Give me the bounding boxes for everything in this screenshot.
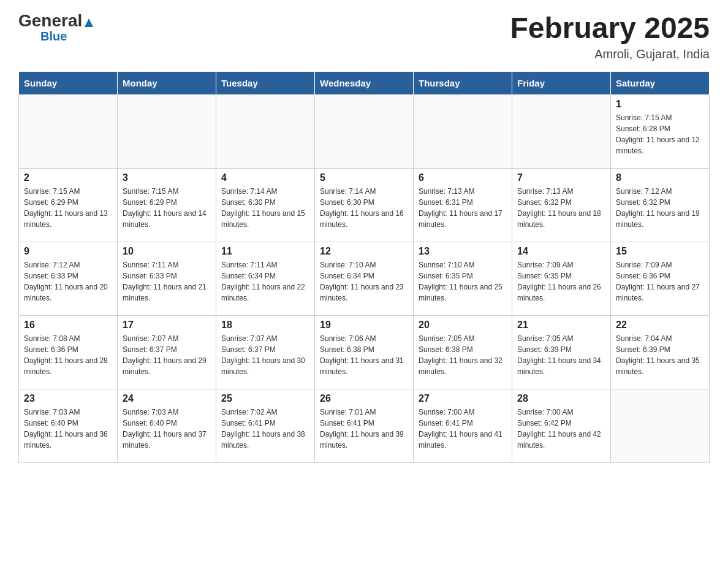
calendar-day-cell: [315, 94, 414, 168]
day-number: 27: [419, 393, 507, 404]
calendar-day-cell: 14Sunrise: 7:09 AM Sunset: 6:35 PM Dayli…: [512, 242, 611, 315]
day-number: 2: [24, 172, 112, 183]
day-number: 16: [24, 320, 112, 331]
day-number: 21: [517, 320, 605, 331]
calendar-table: SundayMondayTuesdayWednesdayThursdayFrid…: [18, 71, 710, 463]
day-info: Sunrise: 7:13 AM Sunset: 6:32 PM Dayligh…: [517, 186, 605, 230]
calendar-day-cell: 25Sunrise: 7:02 AM Sunset: 6:41 PM Dayli…: [216, 389, 315, 462]
day-number: 5: [320, 172, 408, 183]
calendar-week-row: 23Sunrise: 7:03 AM Sunset: 6:40 PM Dayli…: [19, 389, 710, 462]
calendar-day-cell: [118, 94, 216, 168]
calendar-week-row: 16Sunrise: 7:08 AM Sunset: 6:36 PM Dayli…: [19, 315, 710, 389]
day-info: Sunrise: 7:07 AM Sunset: 6:37 PM Dayligh…: [123, 333, 211, 377]
calendar-day-cell: 11Sunrise: 7:11 AM Sunset: 6:34 PM Dayli…: [216, 242, 315, 315]
calendar-day-cell: 2Sunrise: 7:15 AM Sunset: 6:29 PM Daylig…: [19, 168, 118, 242]
calendar-day-cell: [414, 94, 512, 168]
calendar-day-cell: 21Sunrise: 7:05 AM Sunset: 6:39 PM Dayli…: [512, 315, 611, 389]
calendar-day-cell: [611, 389, 710, 462]
day-number: 13: [419, 246, 507, 257]
day-number: 14: [517, 246, 605, 257]
day-header-sunday: Sunday: [19, 71, 118, 94]
day-info: Sunrise: 7:06 AM Sunset: 6:38 PM Dayligh…: [320, 333, 408, 377]
calendar-day-cell: 12Sunrise: 7:10 AM Sunset: 6:34 PM Dayli…: [315, 242, 414, 315]
day-number: 8: [616, 172, 704, 183]
day-info: Sunrise: 7:13 AM Sunset: 6:31 PM Dayligh…: [419, 186, 507, 230]
day-number: 9: [24, 246, 112, 257]
day-header-monday: Monday: [118, 71, 216, 94]
month-title: February 2025: [510, 12, 710, 45]
day-info: Sunrise: 7:12 AM Sunset: 6:33 PM Dayligh…: [24, 259, 112, 304]
day-header-wednesday: Wednesday: [315, 71, 414, 94]
calendar-week-row: 2Sunrise: 7:15 AM Sunset: 6:29 PM Daylig…: [19, 168, 710, 242]
day-number: 18: [221, 320, 309, 331]
calendar-day-cell: 16Sunrise: 7:08 AM Sunset: 6:36 PM Dayli…: [19, 315, 118, 389]
calendar-day-cell: 1Sunrise: 7:15 AM Sunset: 6:28 PM Daylig…: [611, 94, 710, 168]
calendar-day-cell: [512, 94, 611, 168]
calendar-day-cell: 20Sunrise: 7:05 AM Sunset: 6:38 PM Dayli…: [414, 315, 512, 389]
calendar-day-cell: 24Sunrise: 7:03 AM Sunset: 6:40 PM Dayli…: [118, 389, 216, 462]
calendar-day-cell: 5Sunrise: 7:14 AM Sunset: 6:30 PM Daylig…: [315, 168, 414, 242]
day-info: Sunrise: 7:01 AM Sunset: 6:41 PM Dayligh…: [320, 407, 408, 451]
calendar-week-row: 9Sunrise: 7:12 AM Sunset: 6:33 PM Daylig…: [19, 242, 710, 315]
day-number: 7: [517, 172, 605, 183]
day-info: Sunrise: 7:00 AM Sunset: 6:42 PM Dayligh…: [517, 407, 605, 451]
day-header-tuesday: Tuesday: [216, 71, 315, 94]
svg-marker-0: [85, 18, 93, 27]
day-number: 11: [221, 246, 309, 257]
day-info: Sunrise: 7:10 AM Sunset: 6:34 PM Dayligh…: [320, 259, 408, 304]
page-header: General Blue February 2025 Amroli, Gujar…: [18, 12, 710, 61]
day-header-thursday: Thursday: [414, 71, 512, 94]
day-info: Sunrise: 7:14 AM Sunset: 6:30 PM Dayligh…: [221, 186, 309, 230]
day-info: Sunrise: 7:08 AM Sunset: 6:36 PM Dayligh…: [24, 333, 112, 377]
calendar-day-cell: 13Sunrise: 7:10 AM Sunset: 6:35 PM Dayli…: [414, 242, 512, 315]
day-number: 15: [616, 246, 704, 257]
day-header-saturday: Saturday: [611, 71, 710, 94]
calendar-day-cell: 9Sunrise: 7:12 AM Sunset: 6:33 PM Daylig…: [19, 242, 118, 315]
day-info: Sunrise: 7:09 AM Sunset: 6:36 PM Dayligh…: [616, 259, 704, 304]
day-info: Sunrise: 7:05 AM Sunset: 6:38 PM Dayligh…: [419, 333, 507, 377]
day-number: 25: [221, 393, 309, 404]
location-text: Amroli, Gujarat, India: [510, 47, 710, 61]
calendar-day-cell: 27Sunrise: 7:00 AM Sunset: 6:41 PM Dayli…: [414, 389, 512, 462]
day-info: Sunrise: 7:07 AM Sunset: 6:37 PM Dayligh…: [221, 333, 309, 377]
day-number: 22: [616, 320, 704, 331]
day-info: Sunrise: 7:15 AM Sunset: 6:29 PM Dayligh…: [24, 186, 112, 230]
day-number: 24: [123, 393, 211, 404]
day-number: 1: [616, 99, 704, 110]
calendar-day-cell: [216, 94, 315, 168]
calendar-day-cell: 23Sunrise: 7:03 AM Sunset: 6:40 PM Dayli…: [19, 389, 118, 462]
calendar-day-cell: 18Sunrise: 7:07 AM Sunset: 6:37 PM Dayli…: [216, 315, 315, 389]
calendar-day-cell: [19, 94, 118, 168]
day-info: Sunrise: 7:14 AM Sunset: 6:30 PM Dayligh…: [320, 186, 408, 230]
calendar-day-cell: 22Sunrise: 7:04 AM Sunset: 6:39 PM Dayli…: [611, 315, 710, 389]
day-info: Sunrise: 7:05 AM Sunset: 6:39 PM Dayligh…: [517, 333, 605, 377]
day-info: Sunrise: 7:00 AM Sunset: 6:41 PM Dayligh…: [419, 407, 507, 451]
calendar-day-cell: 17Sunrise: 7:07 AM Sunset: 6:37 PM Dayli…: [118, 315, 216, 389]
day-info: Sunrise: 7:03 AM Sunset: 6:40 PM Dayligh…: [24, 407, 112, 451]
day-info: Sunrise: 7:03 AM Sunset: 6:40 PM Dayligh…: [123, 407, 211, 451]
day-info: Sunrise: 7:02 AM Sunset: 6:41 PM Dayligh…: [221, 407, 309, 451]
day-number: 4: [221, 172, 309, 183]
day-info: Sunrise: 7:11 AM Sunset: 6:33 PM Dayligh…: [123, 259, 211, 304]
calendar-day-cell: 4Sunrise: 7:14 AM Sunset: 6:30 PM Daylig…: [216, 168, 315, 242]
day-info: Sunrise: 7:15 AM Sunset: 6:29 PM Dayligh…: [123, 186, 211, 230]
day-number: 23: [24, 393, 112, 404]
day-number: 28: [517, 393, 605, 404]
title-block: February 2025 Amroli, Gujarat, India: [510, 12, 710, 61]
calendar-day-cell: 19Sunrise: 7:06 AM Sunset: 6:38 PM Dayli…: [315, 315, 414, 389]
logo-general-text: General: [18, 12, 94, 31]
day-header-friday: Friday: [512, 71, 611, 94]
day-info: Sunrise: 7:09 AM Sunset: 6:35 PM Dayligh…: [517, 259, 605, 304]
day-number: 26: [320, 393, 408, 404]
calendar-day-cell: 8Sunrise: 7:12 AM Sunset: 6:32 PM Daylig…: [611, 168, 710, 242]
day-number: 3: [123, 172, 211, 183]
day-number: 17: [123, 320, 211, 331]
day-info: Sunrise: 7:15 AM Sunset: 6:28 PM Dayligh…: [616, 112, 704, 156]
day-number: 20: [419, 320, 507, 331]
logo-blue-text: Blue: [40, 29, 67, 44]
day-number: 10: [123, 246, 211, 257]
calendar-day-cell: 6Sunrise: 7:13 AM Sunset: 6:31 PM Daylig…: [414, 168, 512, 242]
day-info: Sunrise: 7:12 AM Sunset: 6:32 PM Dayligh…: [616, 186, 704, 230]
day-number: 19: [320, 320, 408, 331]
calendar-day-cell: 26Sunrise: 7:01 AM Sunset: 6:41 PM Dayli…: [315, 389, 414, 462]
